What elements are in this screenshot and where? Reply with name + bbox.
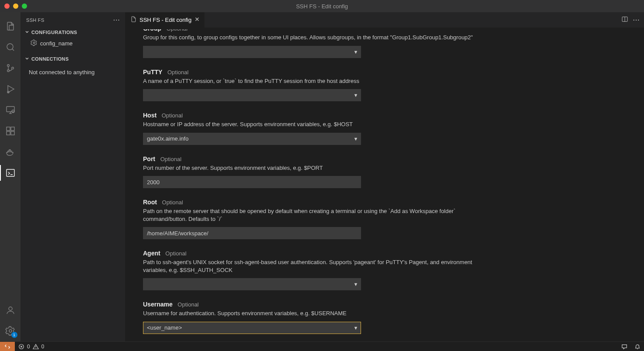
svg-point-2 xyxy=(7,70,9,72)
agent-input[interactable] xyxy=(143,279,351,290)
field-host-optional: Optional xyxy=(162,112,183,119)
field-group: Group Optional Group for this config, to… xyxy=(143,29,483,58)
tab-edit-config[interactable]: SSH FS - Edit config xyxy=(126,12,205,28)
svg-rect-11 xyxy=(7,169,14,176)
editor-more-icon[interactable]: ⋯ xyxy=(633,16,640,24)
field-username-label: Username xyxy=(143,301,173,308)
field-root-control[interactable] xyxy=(143,227,361,239)
activity-bar: 1 xyxy=(0,12,21,341)
svg-point-13 xyxy=(9,330,12,332)
port-input[interactable] xyxy=(143,176,361,188)
docker-icon[interactable] xyxy=(0,141,21,162)
field-agent-label: Agent xyxy=(143,250,160,257)
split-editor-icon[interactable] xyxy=(621,16,628,24)
warning-icon xyxy=(33,344,39,350)
extensions-icon[interactable] xyxy=(0,120,21,141)
remote-explorer-icon[interactable] xyxy=(0,100,21,120)
chevron-down-icon xyxy=(24,29,30,35)
username-input[interactable] xyxy=(143,322,351,334)
field-root-optional: Optional xyxy=(162,199,183,206)
putty-input[interactable] xyxy=(143,89,351,101)
field-host-label: Host xyxy=(143,112,157,119)
svg-rect-9 xyxy=(11,131,14,135)
field-putty-control[interactable]: ▼ xyxy=(143,89,361,101)
dropdown-icon[interactable]: ▼ xyxy=(351,325,361,330)
connections-empty-text: Not connected to anything xyxy=(21,64,125,81)
field-group-optional: Optional xyxy=(167,29,187,32)
field-port-control[interactable] xyxy=(143,176,361,188)
remote-indicator[interactable] xyxy=(0,342,15,351)
svg-point-3 xyxy=(11,67,14,69)
problems-status[interactable]: 0 0 xyxy=(15,342,48,351)
status-bar: 0 0 xyxy=(0,341,644,351)
field-agent-optional: Optional xyxy=(165,250,186,257)
group-input[interactable] xyxy=(143,46,351,58)
svg-point-1 xyxy=(7,65,9,67)
window-title: SSH FS - Edit config xyxy=(0,3,644,10)
field-port-desc: Port number of the server. Supports envi… xyxy=(143,164,483,172)
accounts-icon[interactable] xyxy=(0,299,21,320)
error-icon xyxy=(18,344,24,350)
field-username-optional: Optional xyxy=(177,301,198,308)
field-root-desc: Path on the remote server that should be… xyxy=(143,207,483,223)
field-username-control[interactable]: ▼ xyxy=(143,322,361,334)
run-debug-icon[interactable] xyxy=(0,79,21,100)
sidepanel-more-icon[interactable]: ⋯ xyxy=(113,17,120,24)
field-putty-desc: A name of a PuTTY session, or `true` to … xyxy=(143,77,483,85)
field-putty-label: PuTTY xyxy=(143,69,162,76)
window-close-button[interactable] xyxy=(4,3,10,9)
tree-item-config[interactable]: config_name xyxy=(21,38,125,49)
field-username-desc: Username for authentication. Supports en… xyxy=(143,310,483,317)
svg-point-14 xyxy=(33,42,35,44)
warning-count: 0 xyxy=(41,344,44,350)
ssh-fs-icon[interactable] xyxy=(0,162,21,183)
svg-rect-7 xyxy=(7,127,10,131)
svg-rect-8 xyxy=(7,131,10,135)
field-root: Root Optional Path on the remote server … xyxy=(143,199,483,239)
manage-badge: 1 xyxy=(11,332,17,338)
field-agent: Agent Optional Path to ssh-agent's UNIX … xyxy=(143,250,483,290)
field-group-desc: Group for this config, to group configs … xyxy=(143,34,483,41)
dropdown-icon[interactable]: ▼ xyxy=(351,49,361,55)
field-agent-desc: Path to ssh-agent's UNIX socket for ssh-… xyxy=(143,258,483,274)
tab-close-icon[interactable] xyxy=(194,16,200,24)
window-minimize-button[interactable] xyxy=(13,3,18,9)
configurations-tree: config_name xyxy=(21,37,125,54)
section-configurations-label: CONFIGURATIONS xyxy=(31,30,77,35)
file-icon xyxy=(130,16,137,24)
feedback-icon[interactable] xyxy=(618,342,631,351)
field-port: Port Optional Port number of the server.… xyxy=(143,155,483,189)
field-putty: PuTTY Optional A name of a PuTTY session… xyxy=(143,69,483,102)
field-port-label: Port xyxy=(143,155,155,162)
svg-rect-5 xyxy=(7,107,14,112)
root-input[interactable] xyxy=(143,227,361,239)
svg-point-0 xyxy=(7,44,13,50)
field-group-control[interactable]: ▼ xyxy=(143,46,361,58)
source-control-icon[interactable] xyxy=(0,58,21,79)
field-host-control[interactable]: ▼ xyxy=(143,133,361,145)
tab-bar: SSH FS - Edit config ⋯ xyxy=(126,12,644,28)
editor-content[interactable]: Group Optional Group for this config, to… xyxy=(126,28,644,341)
explorer-icon[interactable] xyxy=(0,16,21,37)
tree-item-label: config_name xyxy=(40,40,72,47)
search-icon[interactable] xyxy=(0,37,21,58)
dropdown-icon[interactable]: ▼ xyxy=(351,282,361,287)
svg-point-12 xyxy=(9,307,12,310)
section-configurations-header[interactable]: CONFIGURATIONS xyxy=(21,28,125,37)
field-host: Host Optional Hostname or IP address of … xyxy=(143,112,483,145)
field-group-label: Group xyxy=(143,29,161,32)
manage-icon[interactable]: 1 xyxy=(0,320,21,341)
field-putty-optional: Optional xyxy=(167,69,188,76)
bell-icon[interactable] xyxy=(631,342,644,351)
window-maximize-button[interactable] xyxy=(22,3,27,9)
dropdown-icon[interactable]: ▼ xyxy=(351,93,361,98)
tab-label: SSH FS - Edit config xyxy=(140,17,191,23)
section-connections-header[interactable]: CONNECTIONS xyxy=(21,54,125,64)
svg-point-6 xyxy=(12,110,14,113)
dropdown-icon[interactable]: ▼ xyxy=(351,136,361,141)
editor-group: SSH FS - Edit config ⋯ Group Optiona xyxy=(126,12,644,341)
field-agent-control[interactable]: ▼ xyxy=(143,278,361,290)
host-input[interactable] xyxy=(143,133,351,145)
field-host-desc: Hostname or IP address of the server. Su… xyxy=(143,120,483,128)
titlebar: SSH FS - Edit config xyxy=(0,0,644,12)
